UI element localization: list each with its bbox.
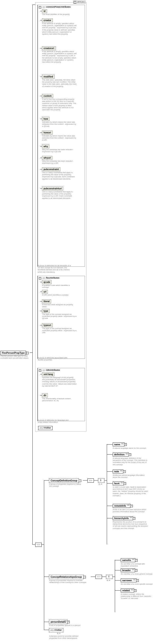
lines-icon (130, 517, 132, 519)
attr-whyuri: whyuri (42, 156, 52, 160)
element-note[interactable]: note+ (113, 470, 123, 474)
element-narrower[interactable]: narrower+ (121, 578, 136, 582)
crg-choice (106, 575, 113, 579)
element-definition-desc: A natural language definition of the sem… (113, 457, 148, 466)
root-desc: Flexible person data type for both contr… (1, 355, 29, 359)
lines-icon (121, 443, 124, 445)
conceptRelationshipsGroup-box[interactable]: ConceptRelationshipsGroup − (49, 575, 84, 579)
attr-whyuri-desc: Why the metadata has been included - exp… (42, 160, 76, 164)
element-remoteInfo[interactable]: remoteInfo+ (113, 504, 130, 508)
attr-pubconstrainturi-desc: One or many constraints that apply to pu… (42, 191, 76, 199)
attr-literal-desc: A free-text value assigned as property v… (42, 304, 76, 308)
element-broader[interactable]: broader+ (121, 568, 135, 572)
element-related-desc: A related concept, where the relationshi… (121, 593, 153, 600)
lines-icon (132, 569, 134, 571)
lines-icon (133, 579, 135, 581)
lines-icon (132, 559, 134, 561)
element-name[interactable]: name+ (113, 442, 124, 446)
diagram-canvas: FlexPersonPropType − Flexible person dat… (0, 0, 156, 644)
lines-icon (120, 470, 122, 472)
expand-icon[interactable]: + (133, 517, 135, 520)
element-facet-desc: In NAR 1.8 and later, facet is deprecate… (113, 486, 148, 496)
attr-typeuri: typeuri (42, 323, 52, 327)
attr-how: how (42, 117, 49, 121)
attr-type-desc: The type of the concept assigned as cont… (42, 313, 76, 320)
crg-cardinality: 0..∞ (107, 579, 110, 582)
cdg-choice (98, 478, 105, 482)
attr-pubconstraint-desc: One or many constraints that apply to pu… (42, 172, 76, 180)
element-broader-desc: An identifier of a more generic concept. (121, 573, 153, 575)
lines-icon (131, 589, 133, 591)
expand-icon[interactable]: + (124, 443, 127, 446)
attr-literal: literal (42, 300, 51, 303)
i18nAttributes-desc: A group of attributes for language and s… (38, 419, 73, 423)
root-type-node[interactable]: FlexPersonPropType − (1, 351, 26, 355)
attr-qcode: qcode (42, 280, 51, 284)
cdg-cardinality: 0..∞ (99, 483, 102, 485)
attr-uri-desc: A URI which identifies a concept. (42, 294, 76, 296)
attr-why-desc: Why the metadata has been included - exp… (42, 148, 76, 153)
element-narrower-desc: An identifier of a more specific concept… (121, 583, 153, 585)
attr-modified: modified (42, 75, 54, 79)
element-note-desc: Additional natural language information … (113, 474, 148, 478)
element-hierarchyInfo[interactable]: hierarchyInfo+ (113, 516, 133, 520)
commonPowerAttributes-desc: A group of attributes for all elements o… (38, 264, 73, 273)
attr-creatoruri-desc: If the attribute is empty, specifies whi… (42, 50, 76, 63)
attr-id-desc: The local identifier of the property. (42, 13, 76, 15)
attr-howuri: howuri (42, 131, 52, 134)
attr-type: type (42, 309, 50, 313)
conceptDefinitionGroup-desc: A group of properties required to define… (49, 483, 84, 487)
sequence-connector (35, 543, 42, 547)
attr-typeuri-desc: The type of the concept assigned as cont… (42, 328, 76, 334)
attributes-header: − attributes (73, 1, 85, 4)
attr-uri: uri (42, 290, 48, 294)
crg-sequence (96, 575, 102, 579)
wildcard2-desc: Extension point for provider-defined pro… (49, 635, 82, 639)
element-name-desc: A natural language name for the concept. (113, 447, 148, 449)
lines-icon (126, 453, 128, 455)
attr-pubconstraint: pubconstraint (42, 167, 60, 171)
expand-icon[interactable]: − (26, 352, 29, 354)
element-facet[interactable]: facet+ (113, 482, 124, 485)
attr-qcode-desc: A qualified code which identifies a conc… (42, 284, 76, 288)
expand-icon[interactable]: + (130, 504, 133, 507)
attr-creator-desc: If the attribute is empty, specifies whi… (42, 22, 76, 35)
expand-icon[interactable]: + (136, 579, 139, 582)
attr-custom-desc: If set to true the corresponding propert… (42, 98, 76, 111)
element-related[interactable]: related+ (121, 588, 134, 592)
attr-id: id (42, 9, 47, 13)
attributes-container: − attributes − grp commonPowerAttributes… (35, 2, 87, 432)
cdg-sequence (88, 478, 94, 482)
conceptDefinitionGroup-box[interactable]: ConceptDefinitionGroup − (49, 478, 79, 483)
expand-icon[interactable]: + (123, 470, 126, 473)
element-sameAs[interactable]: sameAs+ (121, 558, 135, 562)
element-sameAs-desc: An identifier of a concept with equivale… (121, 563, 153, 567)
expand-icon[interactable]: + (135, 559, 138, 562)
lines-icon (121, 482, 123, 484)
lines-icon (127, 504, 129, 506)
expand-icon[interactable]: + (135, 569, 137, 572)
attr-howuri-desc: Indicates by which means the value was e… (42, 135, 76, 141)
wildcard2-card: 0..∞ (57, 632, 60, 634)
flexAttributes-desc: A group of attributes associated with fl… (38, 357, 73, 361)
expand-icon[interactable]: + (124, 482, 126, 485)
element-definition[interactable]: definition+ (113, 452, 129, 456)
expand-icon[interactable]: + (134, 589, 136, 592)
element-hierarchyInfo-desc: Represents the position of a concept in … (113, 521, 148, 529)
attr-creator: creator (42, 18, 53, 22)
attr-xml-lang-desc: Specifies the language of this property … (42, 376, 76, 387)
attr-pubconstrainturi: pubconstrainturi (42, 186, 63, 190)
root-type-label: FlexPersonPropType (1, 351, 26, 355)
attr-custom: custom (42, 94, 53, 98)
attr-dir: dir (42, 394, 48, 397)
attr-how-desc: Indicates by which means the value was e… (42, 121, 76, 128)
personDetails-box[interactable]: personDetails + (49, 620, 67, 624)
lines-icon (64, 620, 66, 622)
expand-icon[interactable]: − (83, 576, 86, 578)
expand-icon[interactable]: − (79, 480, 81, 482)
wildcard-any-other-2: any ##other (49, 628, 63, 632)
attr-xml-lang: xml:lang (42, 372, 54, 376)
expand-icon[interactable]: + (67, 620, 70, 623)
expand-icon[interactable]: + (129, 453, 131, 456)
conceptRelationshipsGroup-desc: A group of properties required to indica… (49, 579, 88, 584)
